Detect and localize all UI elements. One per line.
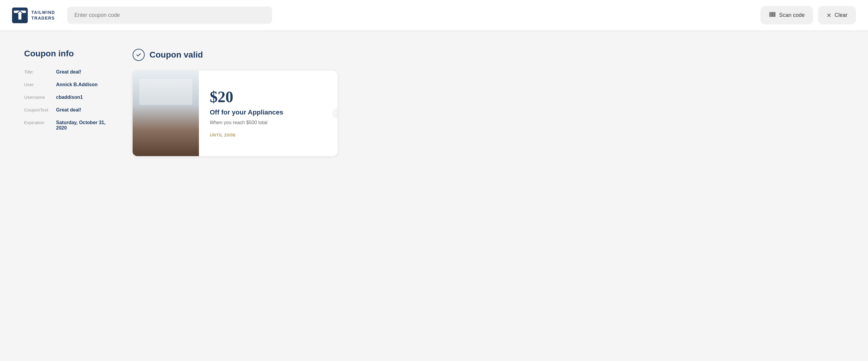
title-label: Title: [24, 69, 51, 74]
coupon-notch [332, 108, 338, 119]
svg-rect-8 [772, 12, 772, 17]
svg-rect-24 [161, 103, 170, 112]
info-row-expiration: Expiration Saturday, October 31, 2020 [24, 120, 108, 131]
svg-rect-14 [133, 70, 199, 126]
scan-code-button[interactable]: Scan code [761, 6, 813, 24]
clear-label: Clear [835, 12, 847, 19]
kitchen-illustration [133, 70, 199, 156]
coupon-until: UNTIL 20/08 [210, 133, 283, 137]
svg-rect-25 [172, 96, 193, 111]
info-row-title: Title: Great deal! [24, 69, 108, 75]
svg-point-28 [162, 79, 169, 84]
svg-rect-11 [774, 12, 775, 17]
coupon-image [133, 70, 199, 156]
coupontext-value: Great deal! [56, 107, 82, 113]
svg-rect-22 [148, 101, 172, 115]
svg-rect-18 [167, 85, 170, 86]
svg-rect-30 [179, 137, 181, 149]
svg-rect-26 [174, 99, 186, 108]
svg-rect-32 [177, 135, 187, 138]
user-value: Annick B.Addison [56, 82, 98, 87]
username-value: cbaddison1 [56, 95, 83, 100]
title-value: Great deal! [56, 69, 82, 75]
svg-rect-23 [150, 103, 159, 112]
expiration-label: Expiration [24, 120, 51, 125]
logo-text: TAILWIND TRADERS [31, 10, 55, 21]
logo-icon [12, 7, 28, 23]
close-icon: ✕ [827, 12, 832, 19]
coupon-result-panel: Coupon valid [133, 49, 398, 156]
app-header: TAILWIND TRADERS Scan code ✕ [0, 0, 868, 31]
expiration-value: Saturday, October 31, 2020 [56, 120, 108, 131]
clear-button[interactable]: ✕ Clear [818, 6, 856, 24]
coupon-valid-text: Coupon valid [150, 50, 203, 60]
coupon-code-input[interactable] [67, 7, 272, 24]
scan-code-label: Scan code [779, 12, 805, 19]
svg-rect-7 [771, 12, 772, 17]
svg-rect-17 [162, 85, 164, 86]
info-row-coupontext: CouponText Great deal! [24, 107, 108, 113]
coupon-amount: $20 [210, 89, 283, 105]
info-row-user: User Annick B.Addison [24, 82, 108, 87]
info-row-username: Username cbaddison1 [24, 95, 108, 100]
coupon-card-title: Off for your Appliances [210, 108, 283, 116]
svg-rect-6 [770, 12, 771, 17]
logo: TAILWIND TRADERS [12, 7, 55, 23]
svg-rect-20 [133, 119, 163, 137]
svg-rect-13 [133, 125, 199, 155]
coupon-valid-header: Coupon valid [133, 49, 398, 61]
svg-rect-10 [774, 12, 774, 17]
barcode-icon [769, 11, 776, 20]
coupon-card: $20 Off for your Appliances When you rea… [133, 70, 338, 156]
svg-rect-31 [184, 137, 185, 149]
coupon-card-subtitle: When you reach $500 total [210, 120, 283, 125]
username-label: Username [24, 95, 51, 100]
svg-rect-9 [772, 12, 773, 17]
svg-rect-21 [166, 119, 199, 137]
svg-rect-5 [770, 12, 770, 17]
coupontext-label: CouponText [24, 107, 51, 112]
header-actions: Scan code ✕ Clear [761, 6, 856, 24]
svg-rect-19 [133, 115, 199, 119]
svg-rect-33 [133, 95, 172, 115]
svg-rect-29 [175, 115, 199, 119]
main-content: Coupon info Title: Great deal! User Anni… [0, 31, 422, 174]
coupon-info-panel: Coupon info Title: Great deal! User Anni… [24, 49, 108, 156]
svg-rect-15 [133, 76, 199, 95]
user-label: User [24, 82, 51, 87]
coupon-details: $20 Off for your Appliances When you rea… [199, 70, 294, 156]
check-circle-icon [133, 49, 145, 61]
coupon-info-title: Coupon info [24, 49, 108, 59]
